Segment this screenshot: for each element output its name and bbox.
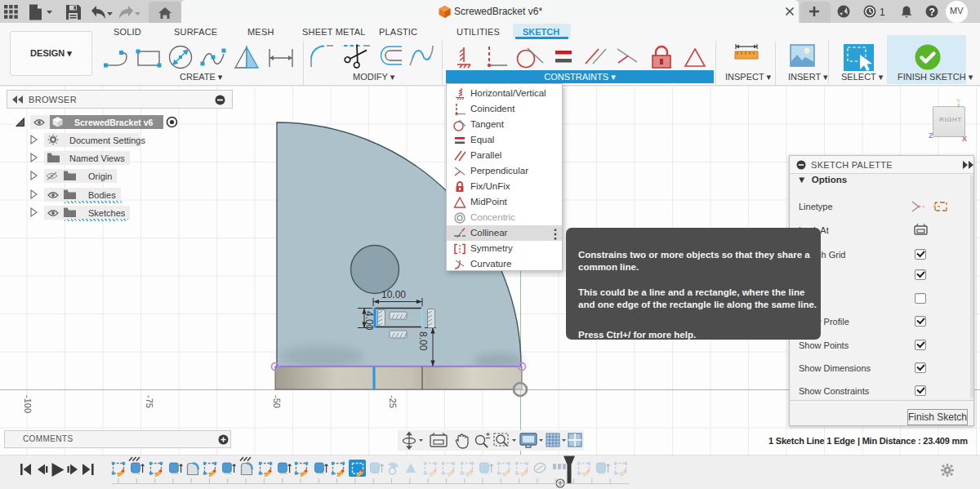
svg-text:10.00: 10.00 [381,289,406,300]
svg-text:?: ? [929,7,935,18]
svg-text:1: 1 [880,7,885,18]
svg-text:4.00: 4.00 [363,311,375,331]
svg-text:8.00: 8.00 [417,331,429,351]
svg-text:Z: Z [929,131,933,140]
svg-text:Y: Y [956,97,961,104]
svg-text:X: X [962,135,967,143]
